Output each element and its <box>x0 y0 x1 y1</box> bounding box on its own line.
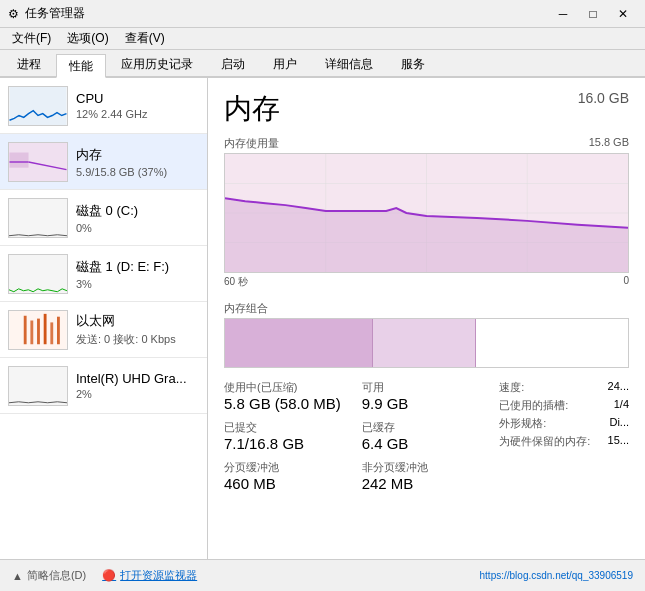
resource-monitor-link[interactable]: 🔴 打开资源监视器 <box>102 568 197 583</box>
sidebar-item-cpu[interactable]: CPU 12% 2.44 GHz <box>0 78 207 134</box>
tab-process[interactable]: 进程 <box>4 52 54 76</box>
resource-monitor-label: 打开资源监视器 <box>120 568 197 583</box>
speed-value: 24... <box>608 380 629 395</box>
comp-standby <box>373 319 476 367</box>
memory-chart <box>224 153 629 273</box>
sidebar-item-gpu[interactable]: Intel(R) UHD Gra... 2% <box>0 358 207 414</box>
svg-rect-5 <box>9 199 67 238</box>
mem-info: 内存 5.9/15.8 GB (37%) <box>76 146 199 178</box>
composition-label: 内存组合 <box>224 301 629 316</box>
monitor-icon: 🔴 <box>102 569 116 582</box>
sidebar: CPU 12% 2.44 GHz 内存 5.9/15.8 GB (37%) <box>0 78 208 559</box>
paged-value: 460 MB <box>224 475 354 492</box>
app-icon: ⚙ <box>8 7 19 21</box>
cpu-name: CPU <box>76 91 199 106</box>
slots-label: 已使用的插槽: <box>499 398 568 413</box>
mem-graph <box>8 142 68 182</box>
used-value: 5.8 GB (58.0 MB) <box>224 395 354 412</box>
disk0-value: 0% <box>76 222 199 234</box>
stats-col-mid: 可用 9.9 GB 已缓存 6.4 GB 非分页缓冲池 242 MB <box>362 380 492 492</box>
cpu-value: 12% 2.44 GHz <box>76 108 199 120</box>
svg-rect-0 <box>10 87 67 125</box>
gpu-name: Intel(R) UHD Gra... <box>76 371 199 386</box>
chart-label: 内存使用量 15.8 GB <box>224 136 629 151</box>
reserved-value: 15... <box>608 434 629 449</box>
sidebar-item-disk1[interactable]: 磁盘 1 (D: E: F:) 3% <box>0 246 207 302</box>
speed-row: 速度: 24... <box>499 380 629 395</box>
close-button[interactable]: ✕ <box>609 4 637 24</box>
menu-file[interactable]: 文件(F) <box>4 28 59 49</box>
comp-free <box>476 319 628 367</box>
available-value: 9.9 GB <box>362 395 492 412</box>
menu-options[interactable]: 选项(O) <box>59 28 116 49</box>
tab-bar: 进程 性能 应用历史记录 启动 用户 详细信息 服务 <box>0 50 645 78</box>
cached-value: 6.4 GB <box>362 435 492 452</box>
speed-label: 速度: <box>499 380 524 395</box>
committed-label: 已提交 <box>224 420 354 435</box>
formfactor-row: 外形规格: Di... <box>499 416 629 431</box>
disk0-graph <box>8 198 68 238</box>
tab-services[interactable]: 服务 <box>388 52 438 76</box>
disk0-name: 磁盘 0 (C:) <box>76 202 199 220</box>
cpu-graph <box>8 86 68 126</box>
composition-chart <box>224 318 629 368</box>
committed-value: 7.1/16.8 GB <box>224 435 354 452</box>
detail-total: 16.0 GB <box>578 90 629 106</box>
svg-rect-11 <box>44 313 47 343</box>
svg-rect-9 <box>30 320 33 344</box>
cached-label: 已缓存 <box>362 420 492 435</box>
disk1-value: 3% <box>76 278 199 290</box>
main-content: CPU 12% 2.44 GHz 内存 5.9/15.8 GB (37%) <box>0 78 645 559</box>
bottom-bar: ▲ 简略信息(D) 🔴 打开资源监视器 https://blog.csdn.ne… <box>0 559 645 591</box>
reserved-label: 为硬件保留的内存: <box>499 434 590 449</box>
disk1-info: 磁盘 1 (D: E: F:) 3% <box>76 258 199 290</box>
svg-rect-14 <box>9 367 67 406</box>
stat-nonpaged: 非分页缓冲池 242 MB <box>362 460 492 492</box>
slots-value: 1/4 <box>614 398 629 413</box>
title-bar-left: ⚙ 任务管理器 <box>8 5 85 22</box>
slots-row: 已使用的插槽: 1/4 <box>499 398 629 413</box>
tab-details[interactable]: 详细信息 <box>312 52 386 76</box>
maximize-button[interactable]: □ <box>579 4 607 24</box>
expand-button[interactable]: ▲ 简略信息(D) <box>12 568 86 583</box>
stat-used: 使用中(已压缩) 5.8 GB (58.0 MB) <box>224 380 354 412</box>
stats-col-right: 速度: 24... 已使用的插槽: 1/4 外形规格: Di... 为硬件保留的… <box>499 380 629 452</box>
net-graph <box>8 310 68 350</box>
time-label-60: 60 秒 <box>224 275 248 289</box>
main-stats: 使用中(已压缩) 5.8 GB (58.0 MB) 已提交 7.1/16.8 G… <box>224 380 629 492</box>
tab-startup[interactable]: 启动 <box>208 52 258 76</box>
expand-label: 简略信息(D) <box>27 568 86 583</box>
sidebar-item-disk0[interactable]: 磁盘 0 (C:) 0% <box>0 190 207 246</box>
stat-available: 可用 9.9 GB <box>362 380 492 412</box>
chevron-up-icon: ▲ <box>12 570 23 582</box>
nonpaged-value: 242 MB <box>362 475 492 492</box>
mem-name: 内存 <box>76 146 199 164</box>
formfactor-label: 外形规格: <box>499 416 546 431</box>
stat-committed: 已提交 7.1/16.8 GB <box>224 420 354 452</box>
ethernet-info: 以太网 发送: 0 接收: 0 Kbps <box>76 312 199 347</box>
title-bar-controls: ─ □ ✕ <box>549 4 637 24</box>
used-label: 使用中(已压缩) <box>224 380 354 395</box>
title-bar: ⚙ 任务管理器 ─ □ ✕ <box>0 0 645 28</box>
minimize-button[interactable]: ─ <box>549 4 577 24</box>
svg-rect-12 <box>50 322 53 344</box>
svg-rect-13 <box>57 316 60 344</box>
stat-paged-pool: 分页缓冲池 460 MB <box>224 460 354 492</box>
sidebar-item-memory[interactable]: 内存 5.9/15.8 GB (37%) <box>0 134 207 190</box>
app-title: 任务管理器 <box>25 5 85 22</box>
tab-performance[interactable]: 性能 <box>56 54 106 78</box>
menu-view[interactable]: 查看(V) <box>117 28 173 49</box>
gpu-info: Intel(R) UHD Gra... 2% <box>76 371 199 400</box>
sidebar-item-ethernet[interactable]: 以太网 发送: 0 接收: 0 Kbps <box>0 302 207 358</box>
chart-top-label: 内存使用量 <box>224 136 279 151</box>
svg-rect-8 <box>24 315 27 344</box>
tab-app-history[interactable]: 应用历史记录 <box>108 52 206 76</box>
chart-section: 内存使用量 15.8 GB 60 <box>224 136 629 289</box>
disk1-graph <box>8 254 68 294</box>
formfactor-value: Di... <box>609 416 629 431</box>
ethernet-value: 发送: 0 接收: 0 Kbps <box>76 332 199 347</box>
disk1-name: 磁盘 1 (D: E: F:) <box>76 258 199 276</box>
svg-rect-2 <box>10 152 29 167</box>
tab-users[interactable]: 用户 <box>260 52 310 76</box>
menu-bar: 文件(F) 选项(O) 查看(V) <box>0 28 645 50</box>
